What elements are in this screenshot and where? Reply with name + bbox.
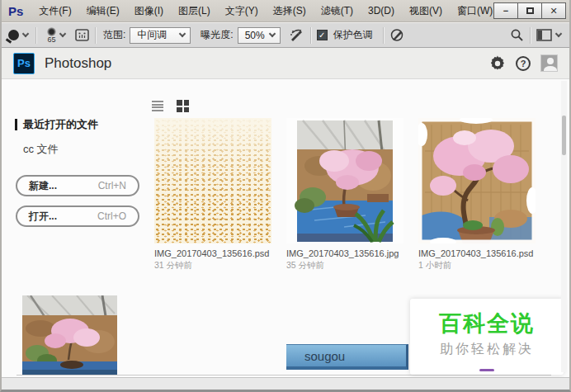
search-icon[interactable]: [510, 28, 524, 42]
brush-size-value: 65: [47, 36, 55, 43]
toggle-brush-panel-icon[interactable]: [75, 29, 89, 41]
menu-filter[interactable]: 滤镜(T): [314, 0, 361, 21]
menu-layer[interactable]: 图层(L): [171, 0, 218, 21]
range-dropdown[interactable]: 中间调: [130, 27, 191, 44]
burn-tool-icon: [8, 30, 19, 40]
menu-file[interactable]: 文件(F): [31, 0, 78, 21]
workspace-switcher-icon[interactable]: [536, 29, 552, 41]
file-thumbnail-blossom-psd: [418, 118, 536, 243]
recent-file-card[interactable]: IMG_20170403_135616.psd 1 小时前: [418, 118, 536, 272]
protect-tones-label: 保护色调: [333, 28, 373, 42]
maximize-button[interactable]: [517, 2, 542, 19]
sidebar-item-cc-files[interactable]: cc 文件: [23, 142, 59, 157]
separator: [35, 27, 36, 44]
start-header: Ps Photoshop ?: [2, 48, 569, 79]
watermark-dash: [479, 369, 494, 371]
menu-edit[interactable]: 编辑(E): [79, 0, 127, 21]
new-file-button[interactable]: 新建... Ctrl+N: [16, 175, 139, 196]
open-button-shortcut: Ctrl+O: [97, 210, 126, 222]
menu-type[interactable]: 文字(Y): [218, 0, 266, 21]
photoshop-window: Ps 文件(F) 编辑(E) 图像(I) 图层(L) 文字(Y) 选择(S) 滤…: [0, 0, 571, 392]
maximize-icon: [526, 7, 534, 14]
sidebar-item-recent-files[interactable]: 最近打开的文件: [15, 117, 98, 132]
menu-image[interactable]: 图像(I): [127, 0, 171, 21]
options-right-tools: [510, 27, 563, 44]
ps-app-icon: Ps: [8, 4, 23, 18]
protect-tones-checkbox[interactable]: ✓: [317, 30, 328, 40]
menu-view[interactable]: 视图(V): [402, 0, 450, 21]
chevron-down-icon: [555, 31, 562, 37]
tool-options-bar: 65 范围: 中间调 曝光度: 50% ✓ 保护色调: [2, 22, 569, 48]
range-value: 中间调: [137, 28, 167, 42]
divider: [17, 375, 551, 375]
watermark-subtitle: 助你轻松解决: [410, 341, 564, 358]
airbrush-icon[interactable]: [289, 28, 304, 42]
menu-3d[interactable]: 3D(D): [361, 0, 402, 21]
file-name: IMG_20170403_135616.psd: [418, 248, 536, 258]
ps-badge-icon: Ps: [13, 53, 35, 74]
scrollbar-thumb[interactable]: [562, 116, 566, 155]
gear-icon[interactable]: [489, 55, 506, 72]
new-button-shortcut: Ctrl+N: [98, 180, 126, 191]
pen-pressure-icon[interactable]: [389, 28, 405, 42]
active-indicator: [15, 119, 17, 130]
chevron-down-icon: [22, 31, 29, 37]
window-controls: − ✕: [494, 2, 566, 19]
exposure-label: 曝光度:: [201, 28, 233, 42]
user-avatar[interactable]: [540, 54, 558, 72]
file-name: IMG_20170403_135616.jpg: [286, 248, 403, 258]
header-icons: ?: [489, 54, 558, 72]
chevron-down-icon: [179, 31, 186, 37]
open-file-button[interactable]: 打开... Ctrl+O: [16, 205, 139, 227]
exposure-value: 50%: [245, 30, 265, 41]
sougou-label: sougou: [304, 349, 345, 363]
watermark-card: 百科全说 助你轻松解决: [410, 299, 564, 375]
help-icon[interactable]: ?: [516, 56, 531, 71]
file-name: IMG_20170403_135616.psd: [154, 248, 271, 258]
recent-file-card[interactable]: IMG_20170403_135616.jpg 35 分钟前: [286, 118, 403, 272]
separator: [95, 27, 96, 44]
file-time: 35 分钟前: [286, 260, 403, 272]
separator: [530, 27, 531, 44]
app-title: Photoshop: [45, 55, 111, 72]
minimize-button[interactable]: −: [493, 2, 518, 19]
exposure-dropdown[interactable]: 50%: [238, 27, 281, 44]
watermark-title: 百科全说: [410, 309, 564, 338]
file-time: 31 分钟前: [154, 260, 271, 272]
window-bottom-frame: [2, 377, 569, 390]
brush-preset-picker[interactable]: 65: [42, 27, 67, 43]
chevron-down-icon: [268, 31, 275, 37]
start-workspace: Ps Photoshop ? 最近打开的文件 cc 文件 新建... Ctrl+…: [2, 48, 569, 377]
separator: [310, 27, 311, 44]
file-thumbnail-posterized: [154, 118, 271, 243]
titlebar: Ps 文件(F) 编辑(E) 图像(I) 图层(L) 文字(Y) 选择(S) 滤…: [2, 0, 569, 22]
protect-tones-option[interactable]: ✓ 保护色调: [317, 28, 377, 42]
file-thumbnail-bonsai-photo: [286, 118, 403, 243]
burn-tool-preset[interactable]: [8, 30, 30, 40]
brush-preview-icon: 65: [47, 27, 56, 43]
sougou-ime-banner[interactable]: sougou: [286, 344, 408, 370]
file-thumbnail-greenhouse-photo[interactable]: [22, 295, 117, 375]
chevron-down-icon: [59, 31, 66, 37]
file-time: 1 小时前: [418, 260, 536, 272]
close-button[interactable]: ✕: [541, 2, 566, 19]
recent-file-card[interactable]: IMG_20170403_135616.psd 31 分钟前: [154, 118, 271, 272]
separator: [383, 27, 384, 44]
grid-view-toggle-icon[interactable]: [177, 100, 189, 112]
menu-select[interactable]: 选择(S): [266, 0, 314, 21]
new-button-label: 新建...: [29, 179, 57, 193]
list-view-toggle-icon[interactable]: [152, 101, 163, 111]
range-label: 范围:: [103, 28, 125, 42]
open-button-label: 打开...: [29, 210, 57, 224]
recent-files-label: 最近打开的文件: [23, 117, 98, 132]
